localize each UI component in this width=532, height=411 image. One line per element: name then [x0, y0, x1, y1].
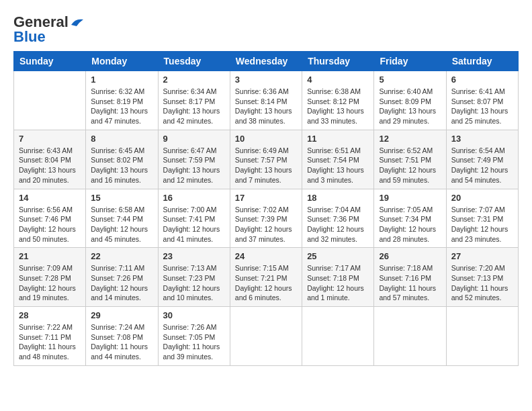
day-info: Sunrise: 7:05 AM Sunset: 7:34 PM Dayligh…	[379, 205, 441, 244]
calendar-cell: 28Sunrise: 7:22 AM Sunset: 7:11 PM Dayli…	[14, 307, 86, 366]
day-number: 30	[163, 310, 225, 320]
calendar-cell: 26Sunrise: 7:18 AM Sunset: 7:16 PM Dayli…	[374, 248, 446, 307]
day-number: 24	[235, 251, 297, 261]
calendar-cell: 27Sunrise: 7:20 AM Sunset: 7:13 PM Dayli…	[446, 248, 518, 307]
calendar-cell: 9Sunrise: 6:47 AM Sunset: 7:59 PM Daylig…	[158, 130, 230, 189]
day-number: 10	[235, 134, 297, 144]
calendar-week-3: 14Sunrise: 6:56 AM Sunset: 7:46 PM Dayli…	[14, 189, 519, 248]
calendar-cell: 1Sunrise: 6:32 AM Sunset: 8:19 PM Daylig…	[86, 71, 158, 130]
day-info: Sunrise: 7:00 AM Sunset: 7:41 PM Dayligh…	[163, 205, 225, 244]
day-number: 14	[19, 193, 81, 203]
calendar-cell: 10Sunrise: 6:49 AM Sunset: 7:57 PM Dayli…	[230, 130, 302, 189]
calendar-cell: 19Sunrise: 7:05 AM Sunset: 7:34 PM Dayli…	[374, 189, 446, 248]
day-number: 2	[163, 75, 225, 85]
day-number: 17	[235, 193, 297, 203]
day-number: 1	[91, 75, 152, 85]
calendar-cell: 20Sunrise: 7:07 AM Sunset: 7:31 PM Dayli…	[446, 189, 518, 248]
day-info: Sunrise: 7:15 AM Sunset: 7:21 PM Dayligh…	[235, 263, 297, 303]
calendar-cell: 7Sunrise: 6:43 AM Sunset: 8:04 PM Daylig…	[14, 130, 86, 189]
calendar-cell: 3Sunrise: 6:36 AM Sunset: 8:14 PM Daylig…	[230, 71, 302, 130]
calendar-cell: 5Sunrise: 6:40 AM Sunset: 8:09 PM Daylig…	[374, 71, 446, 130]
calendar-cell: 16Sunrise: 7:00 AM Sunset: 7:41 PM Dayli…	[158, 189, 230, 248]
calendar-cell: 13Sunrise: 6:54 AM Sunset: 7:49 PM Dayli…	[446, 130, 518, 189]
day-number: 5	[379, 75, 441, 85]
logo-bird-icon	[70, 17, 85, 28]
day-info: Sunrise: 6:49 AM Sunset: 7:57 PM Dayligh…	[235, 146, 297, 185]
day-info: Sunrise: 6:34 AM Sunset: 8:17 PM Dayligh…	[163, 87, 225, 126]
day-info: Sunrise: 6:41 AM Sunset: 8:07 PM Dayligh…	[451, 87, 513, 126]
day-info: Sunrise: 6:43 AM Sunset: 8:04 PM Dayligh…	[19, 146, 81, 185]
day-number: 13	[451, 134, 513, 144]
day-info: Sunrise: 6:58 AM Sunset: 7:44 PM Dayligh…	[91, 205, 152, 244]
calendar-week-2: 7Sunrise: 6:43 AM Sunset: 8:04 PM Daylig…	[14, 130, 519, 189]
day-number: 22	[91, 251, 152, 261]
day-info: Sunrise: 7:20 AM Sunset: 7:13 PM Dayligh…	[451, 263, 513, 303]
day-info: Sunrise: 6:36 AM Sunset: 8:14 PM Dayligh…	[235, 87, 297, 126]
calendar-cell: 21Sunrise: 7:09 AM Sunset: 7:28 PM Dayli…	[14, 248, 86, 307]
day-info: Sunrise: 6:40 AM Sunset: 8:09 PM Dayligh…	[379, 87, 441, 126]
day-info: Sunrise: 7:17 AM Sunset: 7:18 PM Dayligh…	[307, 263, 369, 303]
day-number: 26	[379, 251, 441, 261]
day-number: 20	[451, 193, 513, 203]
day-number: 6	[451, 75, 513, 85]
calendar-cell: 29Sunrise: 7:24 AM Sunset: 7:08 PM Dayli…	[86, 307, 158, 366]
day-info: Sunrise: 6:56 AM Sunset: 7:46 PM Dayligh…	[19, 205, 81, 244]
calendar-week-4: 21Sunrise: 7:09 AM Sunset: 7:28 PM Dayli…	[14, 248, 519, 307]
day-number: 4	[307, 75, 369, 85]
weekday-header-saturday: Saturday	[446, 52, 518, 71]
day-number: 19	[379, 193, 441, 203]
calendar: SundayMondayTuesdayWednesdayThursdayFrid…	[13, 51, 519, 366]
weekday-header-friday: Friday	[374, 52, 446, 71]
calendar-cell: 22Sunrise: 7:11 AM Sunset: 7:26 PM Dayli…	[86, 248, 158, 307]
calendar-week-1: 1Sunrise: 6:32 AM Sunset: 8:19 PM Daylig…	[14, 71, 519, 130]
calendar-cell: 12Sunrise: 6:52 AM Sunset: 7:51 PM Dayli…	[374, 130, 446, 189]
calendar-cell: 14Sunrise: 6:56 AM Sunset: 7:46 PM Dayli…	[14, 189, 86, 248]
day-info: Sunrise: 7:09 AM Sunset: 7:28 PM Dayligh…	[19, 263, 81, 303]
calendar-cell	[302, 307, 374, 366]
day-info: Sunrise: 7:22 AM Sunset: 7:11 PM Dayligh…	[19, 322, 81, 362]
calendar-week-5: 28Sunrise: 7:22 AM Sunset: 7:11 PM Dayli…	[14, 307, 519, 366]
day-number: 15	[91, 193, 152, 203]
weekday-header-tuesday: Tuesday	[158, 52, 230, 71]
day-number: 11	[307, 134, 369, 144]
day-number: 27	[451, 251, 513, 261]
day-number: 28	[19, 310, 81, 320]
day-number: 23	[163, 251, 225, 261]
day-number: 12	[379, 134, 441, 144]
day-info: Sunrise: 7:07 AM Sunset: 7:31 PM Dayligh…	[451, 205, 513, 244]
day-info: Sunrise: 7:04 AM Sunset: 7:36 PM Dayligh…	[307, 205, 369, 244]
day-info: Sunrise: 7:13 AM Sunset: 7:23 PM Dayligh…	[163, 263, 225, 303]
day-info: Sunrise: 7:24 AM Sunset: 7:08 PM Dayligh…	[91, 322, 152, 362]
day-info: Sunrise: 7:18 AM Sunset: 7:16 PM Dayligh…	[379, 263, 441, 303]
day-number: 8	[91, 134, 152, 144]
logo-blue: Blue	[13, 28, 46, 46]
weekday-header-wednesday: Wednesday	[230, 52, 302, 71]
day-info: Sunrise: 6:47 AM Sunset: 7:59 PM Dayligh…	[163, 146, 225, 185]
day-info: Sunrise: 7:11 AM Sunset: 7:26 PM Dayligh…	[91, 263, 152, 303]
calendar-cell: 25Sunrise: 7:17 AM Sunset: 7:18 PM Dayli…	[302, 248, 374, 307]
day-number: 16	[163, 193, 225, 203]
day-info: Sunrise: 6:38 AM Sunset: 8:12 PM Dayligh…	[307, 87, 369, 126]
weekday-header-sunday: Sunday	[14, 52, 86, 71]
day-info: Sunrise: 7:02 AM Sunset: 7:39 PM Dayligh…	[235, 205, 297, 244]
day-number: 7	[19, 134, 81, 144]
day-number: 9	[163, 134, 225, 144]
calendar-cell: 11Sunrise: 6:51 AM Sunset: 7:54 PM Dayli…	[302, 130, 374, 189]
day-number: 25	[307, 251, 369, 261]
calendar-header-row: SundayMondayTuesdayWednesdayThursdayFrid…	[14, 52, 519, 71]
logo: General Blue	[13, 13, 85, 46]
day-info: Sunrise: 6:45 AM Sunset: 8:02 PM Dayligh…	[91, 146, 152, 185]
calendar-cell: 8Sunrise: 6:45 AM Sunset: 8:02 PM Daylig…	[86, 130, 158, 189]
day-number: 18	[307, 193, 369, 203]
day-number: 29	[91, 310, 152, 320]
calendar-cell: 30Sunrise: 7:26 AM Sunset: 7:05 PM Dayli…	[158, 307, 230, 366]
day-info: Sunrise: 6:32 AM Sunset: 8:19 PM Dayligh…	[91, 87, 152, 126]
calendar-cell: 2Sunrise: 6:34 AM Sunset: 8:17 PM Daylig…	[158, 71, 230, 130]
calendar-cell: 4Sunrise: 6:38 AM Sunset: 8:12 PM Daylig…	[302, 71, 374, 130]
calendar-cell	[230, 307, 302, 366]
day-info: Sunrise: 6:54 AM Sunset: 7:49 PM Dayligh…	[451, 146, 513, 185]
day-info: Sunrise: 7:26 AM Sunset: 7:05 PM Dayligh…	[163, 322, 225, 362]
calendar-cell	[14, 71, 86, 130]
calendar-cell: 23Sunrise: 7:13 AM Sunset: 7:23 PM Dayli…	[158, 248, 230, 307]
page-header: General Blue	[13, 13, 519, 46]
